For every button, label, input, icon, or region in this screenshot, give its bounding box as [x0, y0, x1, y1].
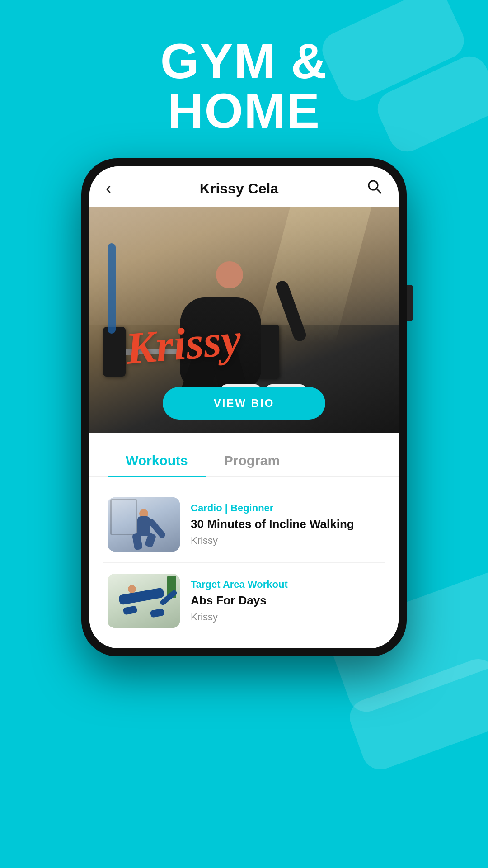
workout-category-1: Cardio | Beginner	[191, 502, 380, 514]
phone-outer: ‹ Krissy Cela	[81, 158, 407, 656]
phone-screen: ‹ Krissy Cela	[89, 166, 399, 648]
workout-author-2: Krissy	[191, 611, 380, 623]
workout-info-1: Cardio | Beginner 30 Minutes of Incline …	[191, 502, 380, 547]
workout-thumbnail-1	[108, 497, 180, 552]
back-button[interactable]: ‹	[106, 179, 111, 198]
phone-mockup: ‹ Krissy Cela	[81, 158, 407, 656]
workout-list: Cardio | Beginner 30 Minutes of Incline …	[89, 477, 399, 648]
tab-workouts[interactable]: Workouts	[108, 442, 206, 476]
workout-item[interactable]: Target Area Workout Abs For Days Krissy	[103, 563, 385, 639]
tabs-container: Workouts Program	[89, 442, 399, 477]
workout-thumbnail-2	[108, 574, 180, 628]
screen-title: Krissy Cela	[200, 180, 278, 197]
search-button[interactable]	[367, 179, 382, 198]
workout-title-2: Abs For Days	[191, 593, 380, 609]
hero-image: Krissy VIEW BIO	[89, 207, 399, 433]
workout-category-2: Target Area Workout	[191, 579, 380, 590]
tab-program[interactable]: Program	[206, 442, 298, 476]
workout-author-1: Krissy	[191, 535, 380, 547]
view-bio-button[interactable]: VIEW BIO	[163, 387, 325, 420]
workout-info-2: Target Area Workout Abs For Days Krissy	[191, 579, 380, 623]
workout-title-1: 30 Minutes of Incline Walking	[191, 517, 380, 532]
workout-item[interactable]: Cardio | Beginner 30 Minutes of Incline …	[103, 486, 385, 563]
top-heading: GYM & HOME	[0, 36, 488, 136]
svg-line-1	[376, 189, 381, 193]
app-header: ‹ Krissy Cela	[89, 166, 399, 207]
heading-text: GYM & HOME	[0, 36, 488, 136]
hero-signature: Krissy	[123, 313, 243, 375]
